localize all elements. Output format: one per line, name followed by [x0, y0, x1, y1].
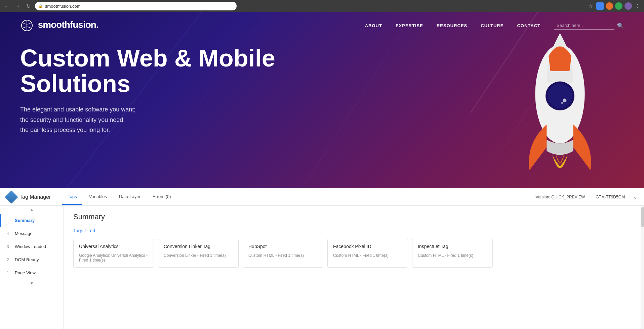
tag-card-desc-0: Google Analytics: Universal Analytics - … — [79, 253, 148, 263]
hero-subtitle: The elegant and usable software you want… — [20, 104, 229, 135]
tab-errors[interactable]: Errors (0) — [147, 189, 176, 205]
tm-header: Tag Manager Tags Variables Data Layer Er… — [0, 188, 644, 206]
tags-grid: Universal Analytics Google Analytics: Un… — [73, 239, 631, 268]
tag-card-hubspot[interactable]: HubSpot Custom HTML - Fired 1 time(s) — [243, 239, 323, 268]
back-button[interactable]: ← — [3, 2, 11, 10]
page-view-num: 1 — [7, 271, 12, 275]
tab-data-layer[interactable]: Data Layer — [114, 189, 146, 205]
tm-diamond-icon — [5, 190, 18, 204]
sidebar-item-page-view-label: Page View — [15, 270, 36, 275]
sidebar-item-summary-label: Summary — [15, 218, 35, 223]
browser-chrome: ← → ↻ 🔒 smoothfusion.com ☆ ⋮ — [0, 0, 644, 12]
content-title: Summary — [73, 213, 631, 221]
address-bar[interactable]: 🔒 smoothfusion.com — [35, 2, 237, 10]
nav-item-contact[interactable]: CONTACT — [517, 22, 540, 29]
sidebar-scroll-down[interactable]: ▼ — [0, 279, 64, 287]
browser-toolbar-right: ☆ ⋮ — [587, 2, 641, 10]
nav-item-expertise[interactable]: EXPERTISE — [396, 22, 423, 29]
tm-content: Summary Tags Fired Universal Analytics G… — [64, 206, 641, 329]
sidebar-item-message[interactable]: 4 Message — [0, 227, 64, 240]
refresh-button[interactable]: ↻ — [24, 2, 32, 10]
nav-item-culture[interactable]: CULTURE — [481, 22, 504, 29]
tag-card-conversion-linker[interactable]: Conversion Linker Tag Conversion Linker … — [158, 239, 239, 268]
search-button[interactable]: 🔍 — [617, 22, 624, 29]
nav-links: ABOUT EXPERTISE RESOURCES CULTURE CONTAC… — [365, 22, 540, 29]
ext-icon-1 — [596, 2, 604, 10]
logo-icon — [20, 19, 34, 32]
sidebar-item-window-loaded[interactable]: 3 Window Loaded — [0, 240, 64, 253]
tag-card-name-2: HubSpot — [248, 244, 318, 249]
tm-logo: Tag Manager — [7, 192, 51, 202]
forward-button[interactable]: → — [13, 2, 22, 10]
dom-ready-num: 2 — [7, 257, 12, 262]
ext-icon-2 — [606, 2, 613, 10]
nav-item-about[interactable]: ABOUT — [365, 22, 382, 29]
url-text: smoothfusion.com — [45, 4, 81, 9]
tab-variables[interactable]: Variables — [84, 189, 112, 205]
search-area: 🔍 — [554, 21, 624, 30]
website-area: smoothfusion. ABOUT EXPERTISE RESOURCES … — [0, 12, 644, 188]
sidebar-item-summary[interactable]: Summary — [0, 214, 64, 227]
logo-text-bold: fusion — [70, 19, 96, 30]
menu-icon[interactable]: ⋮ — [634, 2, 641, 10]
sidebar-item-page-view[interactable]: 1 Page View — [0, 266, 64, 279]
lock-icon: 🔒 — [38, 4, 43, 8]
message-num: 4 — [7, 231, 12, 236]
tag-card-name-3: Facebook Pixel ID — [333, 244, 402, 249]
logo-text-normal: smooth — [38, 19, 70, 30]
hero-content: Custom Web & Mobile Solutions The elegan… — [0, 39, 644, 142]
site-nav: smoothfusion. ABOUT EXPERTISE RESOURCES … — [0, 12, 644, 39]
tag-card-desc-4: Custom HTML - Fired 1 time(s) — [418, 253, 487, 258]
tag-card-name-1: Conversion Linker Tag — [164, 244, 233, 249]
logo-suffix: . — [96, 19, 98, 30]
tag-card-universal-analytics[interactable]: Universal Analytics Google Analytics: Un… — [73, 239, 154, 268]
site-logo[interactable]: smoothfusion. — [20, 19, 98, 32]
tag-card-inspectlet[interactable]: InspectLet Tag Custom HTML - Fired 1 tim… — [412, 239, 493, 268]
tm-tabs: Tags Variables Data Layer Errors (0) — [62, 189, 176, 205]
window-loaded-num: 3 — [7, 244, 12, 249]
scrollbar-thumb[interactable] — [641, 207, 644, 227]
sidebar-scroll-up[interactable]: ▲ — [0, 206, 64, 214]
search-input[interactable] — [554, 21, 614, 30]
hero-title: Custom Web & Mobile Solutions — [20, 46, 276, 96]
content-scrollbar[interactable] — [641, 206, 644, 329]
tm-container-id: GTM-TT9D5GM — [596, 195, 625, 199]
tab-tags[interactable]: Tags — [62, 189, 82, 205]
tag-card-name-4: InspectLet Tag — [418, 244, 487, 249]
tm-version: Version: QUICK_PREVIEW — [536, 195, 585, 199]
tag-card-desc-1: Conversion Linker - Fired 1 time(s) — [164, 253, 233, 258]
sidebar-item-window-loaded-label: Window Loaded — [15, 244, 46, 249]
ext-icon-3 — [615, 2, 622, 10]
sidebar-item-message-label: Message — [15, 231, 33, 236]
sidebar-item-dom-ready-label: DOM Ready — [15, 257, 39, 262]
sidebar-item-dom-ready[interactable]: 2 DOM Ready — [0, 253, 64, 266]
tag-card-desc-3: Custom HTML - Fired 1 time(s) — [333, 253, 402, 258]
tags-fired-label: Tags Fired — [73, 228, 631, 233]
nav-item-resources[interactable]: RESOURCES — [437, 22, 467, 29]
profile-icon — [625, 2, 632, 10]
tm-sidebar: ▲ Summary 4 Message 3 Window Loaded 2 DO… — [0, 206, 64, 329]
tm-title: Tag Manager — [19, 194, 51, 200]
tag-manager-panel: Tag Manager Tags Variables Data Layer Er… — [0, 188, 644, 329]
tm-chevron-icon[interactable]: ⌄ — [633, 194, 637, 200]
tag-card-facebook-pixel[interactable]: Facebook Pixel ID Custom HTML - Fired 1 … — [327, 239, 408, 268]
bookmark-icon: ☆ — [587, 2, 594, 10]
tm-body: ▲ Summary 4 Message 3 Window Loaded 2 DO… — [0, 206, 644, 329]
tag-card-desc-2: Custom HTML - Fired 1 time(s) — [248, 253, 318, 258]
tag-card-name-0: Universal Analytics — [79, 244, 148, 249]
